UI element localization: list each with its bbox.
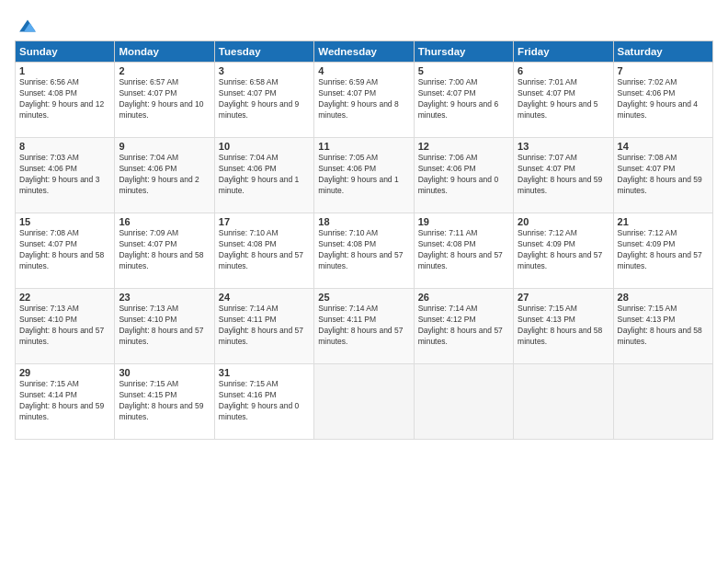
day-detail: Sunrise: 7:12 AMSunset: 4:09 PMDaylight:…	[618, 228, 709, 272]
weekday-header: Wednesday	[314, 41, 414, 63]
day-detail: Sunrise: 6:58 AMSunset: 4:07 PMDaylight:…	[219, 77, 310, 121]
calendar-cell: 4Sunrise: 6:59 AMSunset: 4:07 PMDaylight…	[314, 63, 414, 138]
day-number: 31	[219, 367, 310, 378]
day-number: 19	[418, 216, 509, 227]
day-detail: Sunrise: 6:57 AMSunset: 4:07 PMDaylight:…	[119, 77, 210, 121]
day-number: 18	[318, 216, 409, 227]
day-number: 25	[318, 292, 409, 303]
calendar-cell: 7Sunrise: 7:02 AMSunset: 4:06 PMDaylight…	[613, 63, 712, 138]
day-detail: Sunrise: 7:05 AMSunset: 4:06 PMDaylight:…	[318, 153, 409, 197]
weekday-header: Sunday	[16, 41, 115, 63]
day-number: 14	[618, 141, 709, 152]
calendar-table: SundayMondayTuesdayWednesdayThursdayFrid…	[15, 40, 713, 440]
header	[15, 11, 713, 35]
weekday-header: Thursday	[414, 41, 513, 63]
day-number: 5	[418, 65, 509, 76]
calendar-cell: 13Sunrise: 7:07 AMSunset: 4:07 PMDayligh…	[514, 138, 613, 213]
calendar-cell: 28Sunrise: 7:15 AMSunset: 4:13 PMDayligh…	[613, 289, 712, 364]
calendar-cell: 14Sunrise: 7:08 AMSunset: 4:07 PMDayligh…	[613, 138, 712, 213]
calendar-cell	[514, 364, 613, 440]
calendar-cell: 26Sunrise: 7:14 AMSunset: 4:12 PMDayligh…	[414, 289, 513, 364]
day-detail: Sunrise: 7:14 AMSunset: 4:12 PMDaylight:…	[418, 304, 509, 348]
day-detail: Sunrise: 7:12 AMSunset: 4:09 PMDaylight:…	[518, 228, 609, 272]
calendar-cell: 8Sunrise: 7:03 AMSunset: 4:06 PMDaylight…	[16, 138, 115, 213]
day-number: 10	[219, 141, 310, 152]
day-detail: Sunrise: 7:13 AMSunset: 4:10 PMDaylight:…	[19, 304, 110, 348]
calendar-cell: 9Sunrise: 7:04 AMSunset: 4:06 PMDaylight…	[115, 138, 214, 213]
calendar-week-row: 29Sunrise: 7:15 AMSunset: 4:14 PMDayligh…	[16, 364, 713, 440]
day-detail: Sunrise: 7:02 AMSunset: 4:06 PMDaylight:…	[618, 77, 709, 121]
day-detail: Sunrise: 7:04 AMSunset: 4:06 PMDaylight:…	[219, 153, 310, 197]
calendar-cell: 17Sunrise: 7:10 AMSunset: 4:08 PMDayligh…	[214, 213, 313, 289]
day-number: 12	[418, 141, 509, 152]
day-number: 4	[318, 65, 409, 76]
day-detail: Sunrise: 7:15 AMSunset: 4:16 PMDaylight:…	[219, 379, 310, 423]
day-detail: Sunrise: 7:07 AMSunset: 4:07 PMDaylight:…	[518, 153, 609, 197]
weekday-header: Tuesday	[214, 41, 313, 63]
day-detail: Sunrise: 7:15 AMSunset: 4:13 PMDaylight:…	[518, 304, 609, 348]
calendar-header-row: SundayMondayTuesdayWednesdayThursdayFrid…	[16, 41, 713, 63]
day-detail: Sunrise: 7:03 AMSunset: 4:06 PMDaylight:…	[19, 153, 110, 197]
day-detail: Sunrise: 7:13 AMSunset: 4:10 PMDaylight:…	[119, 304, 210, 348]
day-number: 21	[618, 216, 709, 227]
day-number: 11	[318, 141, 409, 152]
calendar-cell: 2Sunrise: 6:57 AMSunset: 4:07 PMDaylight…	[115, 63, 214, 138]
day-number: 2	[119, 65, 210, 76]
calendar-week-row: 15Sunrise: 7:08 AMSunset: 4:07 PMDayligh…	[16, 213, 713, 289]
day-number: 1	[19, 65, 110, 76]
calendar-cell: 19Sunrise: 7:11 AMSunset: 4:08 PMDayligh…	[414, 213, 513, 289]
day-detail: Sunrise: 6:56 AMSunset: 4:08 PMDaylight:…	[19, 77, 110, 121]
calendar-cell: 6Sunrise: 7:01 AMSunset: 4:07 PMDaylight…	[514, 63, 613, 138]
day-number: 7	[618, 65, 709, 76]
day-detail: Sunrise: 7:15 AMSunset: 4:15 PMDaylight:…	[119, 379, 210, 423]
day-number: 26	[418, 292, 509, 303]
calendar-cell: 15Sunrise: 7:08 AMSunset: 4:07 PMDayligh…	[16, 213, 115, 289]
day-number: 24	[219, 292, 310, 303]
calendar-cell: 3Sunrise: 6:58 AMSunset: 4:07 PMDaylight…	[214, 63, 313, 138]
weekday-header: Friday	[514, 41, 613, 63]
day-number: 20	[518, 216, 609, 227]
calendar-week-row: 1Sunrise: 6:56 AMSunset: 4:08 PMDaylight…	[16, 63, 713, 138]
day-number: 9	[119, 141, 210, 152]
day-detail: Sunrise: 7:11 AMSunset: 4:08 PMDaylight:…	[418, 228, 509, 272]
calendar-cell: 12Sunrise: 7:06 AMSunset: 4:06 PMDayligh…	[414, 138, 513, 213]
calendar-container: SundayMondayTuesdayWednesdayThursdayFrid…	[0, 0, 728, 447]
day-number: 15	[19, 216, 110, 227]
calendar-cell: 18Sunrise: 7:10 AMSunset: 4:08 PMDayligh…	[314, 213, 414, 289]
day-number: 8	[19, 141, 110, 152]
calendar-cell	[414, 364, 513, 440]
calendar-cell: 11Sunrise: 7:05 AMSunset: 4:06 PMDayligh…	[314, 138, 414, 213]
weekday-header: Monday	[115, 41, 214, 63]
calendar-cell: 29Sunrise: 7:15 AMSunset: 4:14 PMDayligh…	[16, 364, 115, 440]
day-number: 27	[518, 292, 609, 303]
calendar-week-row: 8Sunrise: 7:03 AMSunset: 4:06 PMDaylight…	[16, 138, 713, 213]
day-detail: Sunrise: 7:09 AMSunset: 4:07 PMDaylight:…	[119, 228, 210, 272]
day-number: 17	[219, 216, 310, 227]
calendar-cell: 10Sunrise: 7:04 AMSunset: 4:06 PMDayligh…	[214, 138, 313, 213]
calendar-cell: 22Sunrise: 7:13 AMSunset: 4:10 PMDayligh…	[16, 289, 115, 364]
calendar-cell: 5Sunrise: 7:00 AMSunset: 4:07 PMDaylight…	[414, 63, 513, 138]
calendar-cell: 25Sunrise: 7:14 AMSunset: 4:11 PMDayligh…	[314, 289, 414, 364]
day-detail: Sunrise: 7:14 AMSunset: 4:11 PMDaylight:…	[318, 304, 409, 348]
day-detail: Sunrise: 7:10 AMSunset: 4:08 PMDaylight:…	[318, 228, 409, 272]
calendar-cell: 16Sunrise: 7:09 AMSunset: 4:07 PMDayligh…	[115, 213, 214, 289]
calendar-cell: 1Sunrise: 6:56 AMSunset: 4:08 PMDaylight…	[16, 63, 115, 138]
calendar-cell: 30Sunrise: 7:15 AMSunset: 4:15 PMDayligh…	[115, 364, 214, 440]
logo-icon	[17, 15, 39, 37]
day-number: 22	[19, 292, 110, 303]
weekday-header: Saturday	[613, 41, 712, 63]
calendar-cell	[314, 364, 414, 440]
calendar-cell: 23Sunrise: 7:13 AMSunset: 4:10 PMDayligh…	[115, 289, 214, 364]
calendar-cell: 27Sunrise: 7:15 AMSunset: 4:13 PMDayligh…	[514, 289, 613, 364]
day-detail: Sunrise: 7:15 AMSunset: 4:14 PMDaylight:…	[19, 379, 110, 423]
calendar-body: 1Sunrise: 6:56 AMSunset: 4:08 PMDaylight…	[16, 63, 713, 440]
day-detail: Sunrise: 7:15 AMSunset: 4:13 PMDaylight:…	[618, 304, 709, 348]
calendar-cell: 24Sunrise: 7:14 AMSunset: 4:11 PMDayligh…	[214, 289, 313, 364]
logo	[15, 15, 39, 35]
calendar-cell: 20Sunrise: 7:12 AMSunset: 4:09 PMDayligh…	[514, 213, 613, 289]
day-number: 30	[119, 367, 210, 378]
day-detail: Sunrise: 6:59 AMSunset: 4:07 PMDaylight:…	[318, 77, 409, 121]
calendar-week-row: 22Sunrise: 7:13 AMSunset: 4:10 PMDayligh…	[16, 289, 713, 364]
calendar-cell: 31Sunrise: 7:15 AMSunset: 4:16 PMDayligh…	[214, 364, 313, 440]
logo-text	[15, 15, 39, 37]
